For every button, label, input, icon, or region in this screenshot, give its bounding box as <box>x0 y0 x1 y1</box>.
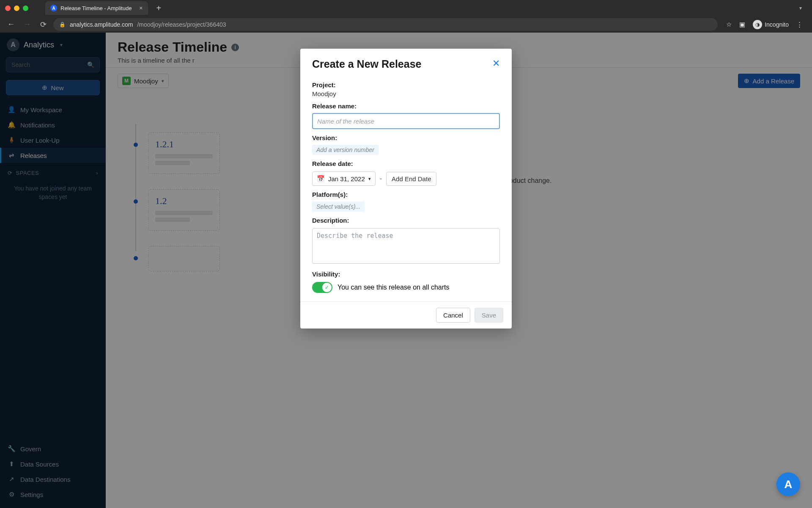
visibility-toggle[interactable]: ✓ <box>312 282 332 293</box>
tab-bar: A Release Timeline - Amplitude × + ▾ <box>0 0 812 16</box>
tabs-menu-chevron-icon[interactable]: ▾ <box>794 5 807 11</box>
browser-chrome: A Release Timeline - Amplitude × + ▾ ← →… <box>0 0 812 33</box>
address-row: ← → ⟳ 🔒 analytics.amplitude.com/moodjoy/… <box>0 16 812 33</box>
start-date-value: Jan 31, 2022 <box>328 175 365 182</box>
kebab-menu-icon[interactable]: ⋮ <box>796 21 803 28</box>
panel-icon[interactable]: ▣ <box>739 21 745 28</box>
incognito-icon: ◑ <box>753 20 762 29</box>
label-release-name: Release name: <box>312 102 500 110</box>
browser-tab[interactable]: A Release Timeline - Amplitude × <box>45 1 148 15</box>
label-platforms: Platform(s): <box>312 191 500 198</box>
address-bar[interactable]: 🔒 analytics.amplitude.com/moodjoy/releas… <box>53 18 718 31</box>
cancel-button[interactable]: Cancel <box>436 308 470 323</box>
project-value: Moodjoy <box>312 90 500 97</box>
url-host: analytics.amplitude.com <box>70 21 133 28</box>
browser-right-icons: ☆ ▣ ◑ Incognito ⋮ <box>722 20 807 29</box>
save-button[interactable]: Save <box>475 308 503 323</box>
amplitude-logo-icon: A <box>785 478 793 491</box>
chevron-down-icon: ▾ <box>368 176 371 182</box>
minimize-window-icon[interactable] <box>14 6 19 11</box>
tab-title: Release Timeline - Amplitude <box>60 5 132 11</box>
app-root: A Analytics ▾ 🔍 ⊕ New 👤 My Workspace 🔔 N… <box>0 33 812 508</box>
release-name-input[interactable] <box>312 113 500 129</box>
amplitude-favicon-icon: A <box>50 5 57 11</box>
check-icon: ✓ <box>322 283 332 292</box>
label-visibility: Visibility: <box>312 271 500 278</box>
description-textarea[interactable] <box>312 228 500 264</box>
close-tab-icon[interactable]: × <box>139 5 143 11</box>
incognito-indicator[interactable]: ◑ Incognito <box>753 20 789 29</box>
label-version: Version: <box>312 134 500 141</box>
lock-icon: 🔒 <box>59 22 66 28</box>
star-icon[interactable]: ☆ <box>726 21 732 28</box>
modal-title: Create a New Release <box>312 58 421 70</box>
new-tab-button[interactable]: + <box>152 3 166 13</box>
incognito-label: Incognito <box>765 21 789 28</box>
start-date-picker[interactable]: 📅 Jan 31, 2022 ▾ <box>312 171 376 186</box>
create-release-modal: Create a New Release ✕ Project: Moodjoy … <box>300 49 512 329</box>
platforms-select[interactable]: Select value(s)... <box>312 202 365 212</box>
help-fab[interactable]: A <box>776 472 800 496</box>
label-release-date: Release date: <box>312 160 500 167</box>
version-input[interactable]: Add a version number <box>312 145 379 155</box>
modal-close-button[interactable]: ✕ <box>492 58 500 69</box>
window-controls <box>5 6 28 11</box>
label-project: Project: <box>312 81 500 88</box>
reload-button[interactable]: ⟳ <box>37 20 49 29</box>
maximize-window-icon[interactable] <box>23 6 28 11</box>
date-separator: - <box>380 175 382 182</box>
back-button[interactable]: ← <box>5 20 17 29</box>
visibility-text: You can see this release on all charts <box>337 284 449 291</box>
forward-button[interactable]: → <box>21 20 33 29</box>
url-path: /moodjoy/releases/project/366403 <box>137 21 226 28</box>
add-end-date-button[interactable]: Add End Date <box>386 172 436 186</box>
calendar-icon: 📅 <box>317 175 325 182</box>
close-window-icon[interactable] <box>5 6 11 11</box>
label-description: Description: <box>312 217 500 224</box>
